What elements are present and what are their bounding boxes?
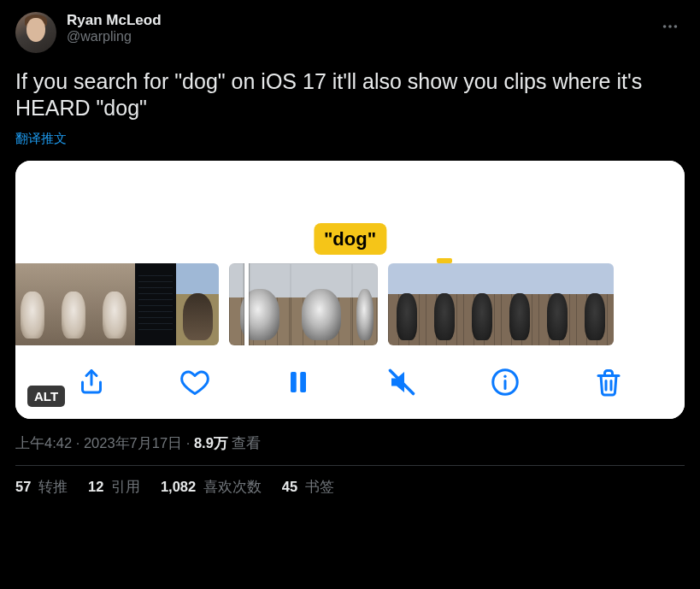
info-icon bbox=[490, 367, 521, 398]
thumbnail-frame bbox=[388, 263, 426, 345]
thumbnail-frame bbox=[576, 263, 614, 345]
author-display-name: Ryan McLeod bbox=[67, 12, 162, 29]
thumbnail-frame bbox=[352, 263, 378, 345]
tweet-text: If you search for "dog" on iOS 17 it'll … bbox=[15, 68, 685, 122]
more-icon bbox=[661, 17, 679, 36]
thumbnail-frame bbox=[176, 263, 219, 345]
info-button[interactable] bbox=[486, 363, 524, 401]
media-toolbar bbox=[15, 345, 685, 419]
thumbnail-frame bbox=[94, 263, 135, 345]
clip-2-active[interactable] bbox=[229, 263, 378, 345]
likes-stat[interactable]: 1,082 喜欢次数 bbox=[161, 478, 262, 497]
trash-icon bbox=[593, 367, 624, 398]
tweet-time: 上午4:42 bbox=[15, 435, 72, 451]
tweet-stats: 57 转推 12 引用 1,082 喜欢次数 45 书签 bbox=[15, 466, 685, 497]
thumbnail-frame bbox=[463, 263, 501, 345]
svg-point-8 bbox=[504, 374, 507, 377]
video-timeline[interactable] bbox=[15, 263, 685, 345]
heart-icon bbox=[179, 367, 210, 398]
clip-3[interactable] bbox=[388, 263, 614, 345]
caption-bubble: "dog" bbox=[314, 223, 386, 255]
playhead[interactable] bbox=[244, 263, 249, 345]
delete-button[interactable] bbox=[590, 363, 627, 401]
avatar[interactable] bbox=[15, 12, 56, 53]
svg-point-1 bbox=[668, 25, 672, 28]
author-handle: @warpling bbox=[67, 29, 162, 44]
svg-rect-3 bbox=[291, 372, 297, 392]
thumbnail-frame bbox=[426, 263, 463, 345]
pause-icon bbox=[283, 367, 314, 398]
more-options-button[interactable] bbox=[656, 12, 685, 41]
thumbnail-frame bbox=[229, 263, 291, 345]
alt-badge[interactable]: ALT bbox=[27, 386, 65, 407]
thumbnail-frame bbox=[53, 263, 94, 345]
retweets-stat[interactable]: 57 转推 bbox=[15, 478, 68, 497]
thumbnail-frame bbox=[538, 263, 576, 345]
media-card[interactable]: "dog" bbox=[15, 161, 685, 419]
views-label: 查看 bbox=[228, 435, 262, 451]
caption-tick-mark bbox=[437, 258, 452, 263]
share-button[interactable] bbox=[73, 363, 110, 401]
speaker-muted-icon bbox=[386, 367, 417, 398]
translate-link[interactable]: 翻译推文 bbox=[15, 131, 685, 147]
like-button[interactable] bbox=[176, 363, 214, 401]
tweet-meta[interactable]: 上午4:42 · 2023年7月17日 · 8.9万 查看 bbox=[15, 434, 685, 453]
thumbnail-frame bbox=[501, 263, 538, 345]
tweet-date: 2023年7月17日 bbox=[84, 435, 182, 451]
svg-point-0 bbox=[663, 25, 667, 28]
author-name-block[interactable]: Ryan McLeod @warpling bbox=[67, 12, 162, 44]
thumbnail-frame bbox=[135, 263, 176, 345]
tweet-container: Ryan McLeod @warpling If you search for … bbox=[0, 0, 700, 497]
media-empty-area: "dog" bbox=[15, 161, 685, 263]
quotes-stat[interactable]: 12 引用 bbox=[88, 478, 140, 497]
svg-rect-4 bbox=[300, 372, 306, 392]
bookmarks-stat[interactable]: 45 书签 bbox=[282, 478, 334, 497]
share-icon bbox=[76, 367, 107, 398]
pause-button[interactable] bbox=[279, 363, 317, 401]
thumbnail-frame bbox=[15, 263, 53, 345]
mute-button[interactable] bbox=[383, 363, 421, 401]
tweet-header: Ryan McLeod @warpling bbox=[15, 12, 685, 53]
svg-point-2 bbox=[674, 25, 678, 28]
views-count: 8.9万 bbox=[194, 435, 228, 451]
clip-1[interactable] bbox=[15, 263, 219, 345]
thumbnail-frame bbox=[291, 263, 352, 345]
